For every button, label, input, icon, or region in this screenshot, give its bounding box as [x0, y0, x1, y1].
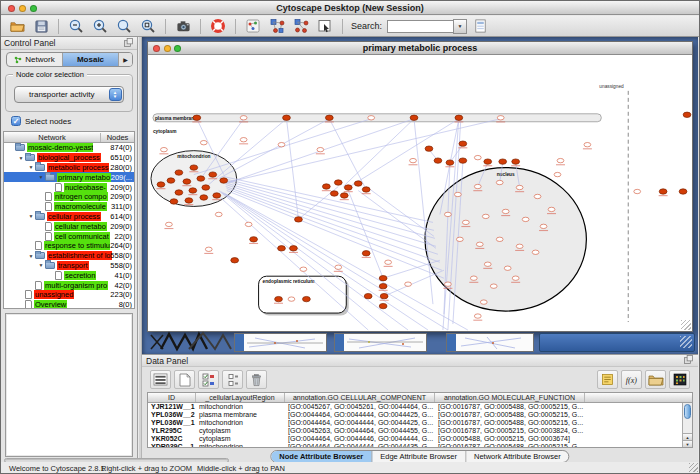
network-node[interactable] — [532, 250, 539, 254]
node-color-dropdown[interactable]: transporter activity ▲▼ — [14, 86, 124, 103]
network-node[interactable] — [354, 181, 362, 186]
create-network-view-button[interactable] — [266, 17, 288, 36]
network-node[interactable] — [634, 189, 641, 193]
network-node[interactable] — [482, 214, 489, 218]
tree-row[interactable]: ▼establishment of lo558(0) — [4, 251, 134, 261]
collapsed-window-bar[interactable] — [539, 333, 695, 352]
select-attributes-button[interactable] — [198, 370, 219, 389]
help-button[interactable] — [207, 17, 229, 36]
network-node[interactable] — [455, 115, 463, 120]
network-node[interactable] — [379, 276, 387, 281]
table-row[interactable]: YDR039C__1mitochondrion[GO:0044464, GO:0… — [148, 443, 682, 447]
network-node[interactable] — [185, 198, 193, 203]
table-row[interactable]: YLR295Ccytoplasm[GO:0045263, GO:0044464,… — [148, 427, 682, 435]
network-canvas[interactable]: plasma membrane cytoplasm mitochondrion … — [148, 55, 692, 331]
window-resize-grip[interactable] — [681, 320, 691, 330]
network-node[interactable] — [584, 142, 591, 146]
destroy-network-view-button[interactable] — [290, 17, 312, 36]
tab-overflow-arrow[interactable]: ▶ — [119, 53, 132, 66]
table-row[interactable]: YJR121W__1mitochondrion[GO:0045267, GO:0… — [148, 403, 682, 411]
network-panel-button[interactable] — [242, 17, 264, 36]
network-node[interactable] — [512, 159, 520, 164]
expand-arrow-icon[interactable]: ▼ — [27, 253, 35, 259]
network-node[interactable] — [557, 158, 564, 162]
network-node[interactable] — [499, 159, 507, 164]
network-node[interactable] — [183, 179, 191, 184]
network-node[interactable] — [300, 267, 307, 271]
tree-row[interactable]: ▼biological_process651(0) — [4, 153, 134, 163]
column-header-nodes[interactable]: Nodes — [100, 133, 134, 142]
network-node[interactable] — [470, 276, 477, 280]
network-node[interactable] — [200, 195, 208, 200]
network-node[interactable] — [434, 158, 442, 163]
network-node[interactable] — [275, 296, 283, 301]
close-button[interactable] — [8, 5, 15, 12]
select-mode-button[interactable] — [314, 17, 336, 36]
column-header[interactable]: annotation.GO MOLECULAR_FUNCTION — [435, 393, 585, 402]
network-node[interactable] — [496, 237, 503, 241]
network-node[interactable] — [197, 176, 205, 181]
network-node[interactable] — [379, 283, 387, 288]
network-node[interactable] — [497, 116, 504, 120]
network-node[interactable] — [340, 193, 348, 198]
network-node[interactable] — [190, 165, 198, 170]
network-window-titlebar[interactable]: primary metabolic process — [148, 42, 692, 55]
column-header[interactable]: ID — [148, 393, 196, 402]
network-node[interactable] — [548, 207, 555, 211]
network-edge[interactable] — [227, 191, 444, 279]
tree-row[interactable]: response to stimulu264(0) — [4, 241, 134, 251]
tree-row[interactable]: multi-organism pro42(0) — [4, 280, 134, 290]
network-node[interactable] — [344, 185, 352, 190]
unselect-attributes-button[interactable] — [222, 370, 243, 389]
network-node[interactable] — [445, 282, 452, 286]
network-edge[interactable] — [219, 119, 330, 179]
minimized-window-art[interactable] — [149, 331, 233, 352]
network-node[interactable] — [459, 158, 467, 163]
scroll-up-arrow[interactable]: ▲ — [683, 433, 692, 440]
zoom-fit-button[interactable] — [137, 17, 159, 36]
select-nodes-checkbox[interactable]: ✓ — [11, 116, 21, 126]
expand-arrow-icon[interactable]: ▼ — [17, 155, 25, 161]
network-node[interactable] — [215, 212, 222, 216]
tree-row[interactable]: cell communicat22(0) — [4, 231, 134, 241]
network-node[interactable] — [240, 116, 247, 120]
minimized-window-thumbnail[interactable] — [334, 333, 427, 352]
network-node[interactable] — [175, 190, 183, 195]
open-session-button[interactable] — [6, 17, 28, 36]
delete-attribute-button[interactable] — [246, 370, 267, 389]
float-panel-icon[interactable] — [683, 354, 694, 367]
network-node[interactable] — [540, 224, 547, 228]
network-node[interactable] — [283, 115, 291, 120]
network-node[interactable] — [166, 222, 173, 226]
zoom-in-button[interactable] — [89, 17, 111, 36]
tree-row[interactable]: ▼transport558(0) — [4, 261, 134, 271]
network-node[interactable] — [167, 178, 175, 183]
network-node[interactable] — [474, 314, 481, 318]
expand-arrow-icon[interactable]: ▼ — [37, 174, 45, 180]
zoom-selected-button[interactable] — [113, 17, 135, 36]
annotation-button[interactable] — [597, 370, 618, 389]
tree-row[interactable]: Overview8(0) — [4, 300, 134, 309]
close-icon[interactable] — [153, 45, 160, 52]
network-node[interactable] — [474, 184, 481, 188]
network-node[interactable] — [410, 158, 417, 162]
table-row[interactable]: YPL036W__1mitochondrion[GO:0044464, GO:0… — [148, 419, 682, 427]
birdseye-view[interactable] — [5, 313, 133, 457]
tree-row[interactable]: nucleobase-209(0) — [4, 182, 134, 192]
network-node[interactable] — [231, 258, 239, 263]
network-node[interactable] — [213, 193, 221, 198]
tab-node-attribute-browser[interactable]: Node Attribute Browser — [271, 451, 372, 462]
network-node[interactable] — [245, 222, 252, 226]
tab-mosaic[interactable]: Mosaic — [63, 53, 119, 66]
network-node[interactable] — [512, 276, 519, 280]
network-node[interactable] — [295, 217, 303, 222]
tree-row[interactable]: cellular metabo209(0) — [4, 221, 134, 231]
expand-arrow-icon[interactable]: ▼ — [37, 262, 45, 268]
network-node[interactable] — [209, 172, 217, 177]
network-node[interactable] — [368, 116, 375, 120]
network-node[interactable] — [189, 188, 197, 193]
zoom-button[interactable] — [30, 5, 37, 12]
network-node[interactable] — [193, 115, 201, 120]
expand-arrow-icon[interactable]: ▼ — [27, 213, 35, 219]
network-edge[interactable] — [329, 119, 366, 190]
